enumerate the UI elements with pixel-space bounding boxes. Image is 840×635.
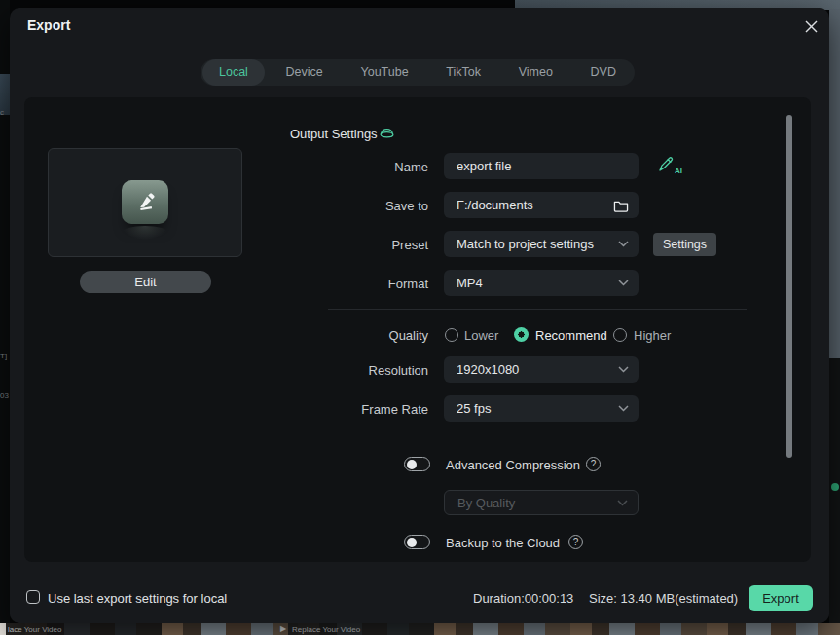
- quality-label: Quality: [292, 328, 428, 343]
- preset-label: Preset: [292, 238, 428, 252]
- frame-rate-dropdown[interactable]: 25 fps: [444, 395, 639, 422]
- advanced-compression-label: Advanced Compression: [446, 458, 580, 472]
- format-dropdown[interactable]: MP4: [444, 270, 639, 296]
- duration-text: Duration:00:00:13: [473, 591, 573, 606]
- advanced-compression-toggle[interactable]: [404, 457, 430, 471]
- export-dialog: Export Local Device YouTube TikTok Vimeo…: [10, 8, 829, 623]
- save-to-label: Save to: [292, 199, 428, 213]
- chevron-down-icon: [618, 241, 629, 247]
- graduation-cap-icon: [379, 125, 395, 141]
- background-text-fragment: T]: [0, 353, 7, 360]
- radio-quality-recommend[interactable]: [514, 327, 529, 342]
- edit-thumbnail-badge: [122, 180, 168, 224]
- background-app-right-panel: [829, 9, 840, 358]
- chevron-down-icon: [617, 500, 628, 506]
- scrollbar-thumb[interactable]: [786, 115, 792, 458]
- preset-dropdown[interactable]: Match to project settings: [444, 231, 639, 257]
- folder-icon[interactable]: [613, 199, 629, 212]
- tab-tiktok[interactable]: TikTok: [429, 59, 497, 86]
- tab-device[interactable]: Device: [270, 59, 340, 86]
- save-to-value: F:/documents: [457, 198, 607, 212]
- preset-settings-button[interactable]: Settings: [653, 233, 716, 256]
- export-destination-tabs: Local Device YouTube TikTok Vimeo DVD: [201, 59, 635, 86]
- background-text-fragment: c: [0, 109, 4, 117]
- name-input[interactable]: [457, 159, 629, 173]
- chevron-down-icon: [618, 280, 629, 286]
- format-value: MP4: [457, 276, 612, 290]
- compression-mode-dropdown: By Quality: [444, 490, 639, 515]
- name-label: Name: [292, 160, 428, 174]
- backup-cloud-toggle[interactable]: [404, 535, 430, 549]
- resolution-value: 1920x1080: [457, 362, 612, 377]
- size-text: Size: 13.40 MB(estimated): [589, 591, 738, 606]
- background-app-right-lower: [829, 358, 840, 623]
- close-button[interactable]: [800, 16, 822, 37]
- preset-value: Match to project settings: [457, 237, 612, 251]
- toggle-knob: [407, 460, 417, 469]
- ai-pencil-icon: [657, 156, 675, 173]
- pencil-icon: [134, 192, 156, 213]
- edit-button[interactable]: Edit: [80, 271, 211, 293]
- dialog-title: Export: [27, 18, 70, 33]
- tab-local[interactable]: Local: [202, 59, 265, 86]
- chevron-down-icon: [618, 366, 629, 373]
- compression-mode-value: By Quality: [457, 496, 611, 510]
- background-green-badge: [831, 483, 839, 491]
- background-app-left-panel: c T] 03: [0, 0, 10, 623]
- radio-quality-lower[interactable]: [445, 328, 458, 342]
- close-icon: [805, 20, 818, 33]
- radio-label-higher[interactable]: Higher: [634, 328, 671, 343]
- play-icon: ▶: [280, 624, 286, 634]
- output-settings-title: Output Settings: [290, 127, 378, 141]
- ai-badge-text: AI: [675, 167, 682, 175]
- radio-label-recommend[interactable]: Recommend: [535, 328, 607, 343]
- help-icon[interactable]: ?: [586, 457, 601, 471]
- use-last-settings-label: Use last export settings for local: [48, 591, 227, 606]
- tab-youtube[interactable]: YouTube: [344, 59, 424, 86]
- name-field[interactable]: [444, 153, 639, 179]
- backup-cloud-label: Backup to the Cloud: [446, 536, 560, 550]
- radio-quality-higher[interactable]: [613, 328, 627, 342]
- frame-rate-label: Frame Rate: [292, 402, 428, 417]
- frame-rate-value: 25 fps: [457, 401, 612, 416]
- save-to-field[interactable]: F:/documents: [444, 192, 639, 218]
- chevron-down-icon: [618, 405, 629, 412]
- use-last-settings-checkbox[interactable]: [26, 590, 40, 604]
- edit-badge-reflection: [122, 226, 168, 240]
- format-label: Format: [292, 277, 428, 291]
- background-clip-label: Replace Your Video: [292, 625, 360, 634]
- ai-rename-button[interactable]: AI: [657, 156, 682, 175]
- help-icon[interactable]: ?: [568, 535, 583, 549]
- background-clip-label: lace Your Video: [8, 625, 61, 634]
- radio-label-lower[interactable]: Lower: [464, 328, 498, 343]
- toggle-knob: [407, 538, 417, 547]
- section-divider: [328, 309, 747, 310]
- export-button[interactable]: Export: [749, 585, 813, 611]
- resolution-dropdown[interactable]: 1920x1080: [444, 356, 639, 383]
- tab-vimeo[interactable]: Vimeo: [502, 59, 569, 86]
- resolution-label: Resolution: [292, 363, 428, 378]
- background-timeline-strip: lace Your Video ▶ Replace Your Video: [0, 623, 840, 635]
- background-text-fragment: 03: [0, 392, 9, 400]
- tab-dvd[interactable]: DVD: [574, 59, 633, 86]
